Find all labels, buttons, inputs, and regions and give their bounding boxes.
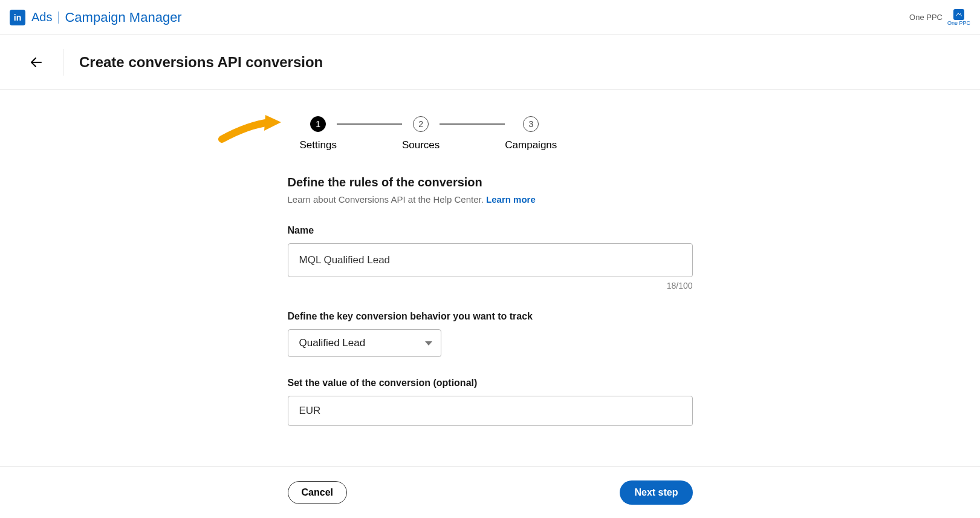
currency-prefix: EUR	[299, 405, 321, 417]
form-area: 1 Settings 2 Sources 3 Campaigns Define …	[288, 116, 693, 426]
step-label-campaigns: Campaigns	[505, 139, 557, 151]
behavior-select-value: Qualified Lead	[299, 337, 366, 349]
section-subtitle-text: Learn about Conversions API at the Help …	[288, 194, 487, 205]
vertical-separator	[58, 11, 59, 24]
step-settings[interactable]: 1 Settings	[300, 116, 337, 151]
name-input[interactable]	[288, 243, 693, 277]
brand-block: in Ads Campaign Manager	[10, 10, 182, 25]
step-label-sources: Sources	[402, 139, 440, 151]
org-switcher[interactable]: One PPC One PPC	[909, 9, 970, 26]
conversion-value-input[interactable]: EUR	[288, 396, 693, 426]
step-connector	[440, 123, 505, 125]
campaign-manager-label[interactable]: Campaign Manager	[65, 10, 181, 25]
next-step-button[interactable]: Next step	[620, 480, 692, 505]
org-badge-icon	[953, 9, 964, 20]
section-title: Define the rules of the conversion	[288, 175, 693, 189]
behavior-label: Define the key conversion behavior you w…	[288, 311, 693, 322]
annotation-arrow-icon	[218, 113, 285, 149]
cancel-button[interactable]: Cancel	[288, 481, 347, 504]
content: 1 Settings 2 Sources 3 Campaigns Define …	[0, 90, 980, 499]
top-bar: in Ads Campaign Manager One PPC One PPC	[0, 0, 980, 35]
step-sources[interactable]: 2 Sources	[402, 116, 440, 151]
step-circle-2: 2	[413, 116, 429, 132]
step-campaigns[interactable]: 3 Campaigns	[505, 116, 557, 151]
vertical-divider	[63, 49, 63, 76]
org-name: One PPC	[909, 13, 943, 22]
step-connector	[337, 123, 402, 125]
stepper: 1 Settings 2 Sources 3 Campaigns	[300, 116, 693, 151]
section-subtitle: Learn about Conversions API at the Help …	[288, 194, 693, 205]
step-circle-1: 1	[310, 116, 326, 132]
org-sub-label: One PPC	[947, 20, 970, 26]
arrow-left-icon	[29, 55, 44, 70]
learn-more-link[interactable]: Learn more	[486, 194, 536, 205]
sub-header: Create conversions API conversion	[0, 35, 980, 90]
footer-inner: Cancel Next step	[288, 467, 693, 518]
chevron-down-icon	[425, 341, 432, 346]
step-circle-3: 3	[523, 116, 539, 132]
page-title: Create conversions API conversion	[79, 54, 323, 71]
step-label-settings: Settings	[300, 139, 337, 151]
org-badge-block: One PPC	[947, 9, 970, 26]
ads-label[interactable]: Ads	[31, 10, 52, 24]
linkedin-logo-icon[interactable]: in	[10, 10, 25, 25]
name-char-count: 18/100	[288, 281, 693, 290]
behavior-select[interactable]: Qualified Lead	[288, 329, 441, 357]
name-label: Name	[288, 225, 693, 236]
back-button[interactable]	[24, 50, 48, 74]
footer-bar: Cancel Next step	[0, 466, 980, 518]
value-label: Set the value of the conversion (optiona…	[288, 378, 693, 388]
